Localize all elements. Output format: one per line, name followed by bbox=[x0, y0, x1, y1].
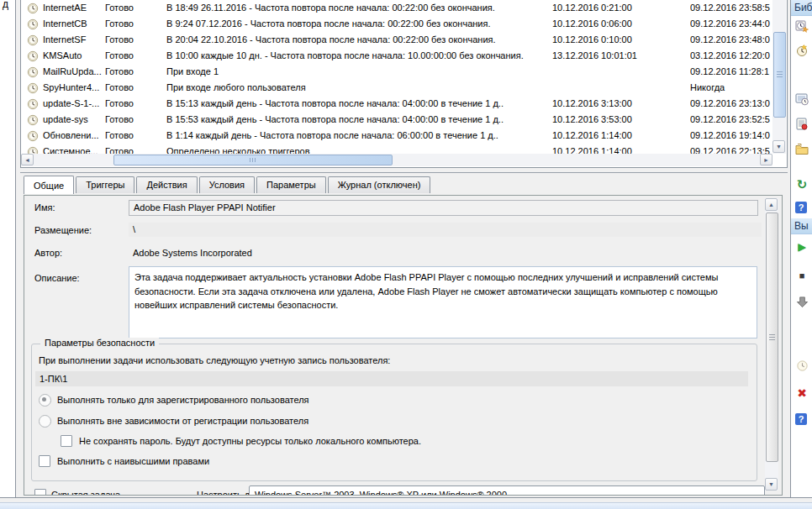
name-label: Имя: bbox=[34, 202, 55, 213]
tab-actions[interactable]: Действия bbox=[136, 176, 197, 193]
task-scheduler-window: д InternetAE Готово В 18:49 26.11.2016 -… bbox=[0, 0, 812, 509]
table-row[interactable]: Обновлени... Готово В 1:14 каждый день -… bbox=[21, 129, 772, 144]
task-name-field[interactable]: Adobe Flash Player PPAPI Notifier bbox=[129, 200, 758, 216]
tab-general[interactable]: Общие bbox=[24, 176, 74, 194]
task-status-cell: Готово bbox=[105, 98, 164, 108]
task-last-run-cell: 09.12.2016 23:52:5 bbox=[690, 114, 772, 124]
task-next-run-cell: 10.12.2016 0:10:00 bbox=[552, 34, 687, 45]
task-next-run-cell: 10.12.2016 0:06:00 bbox=[552, 18, 687, 29]
scroll-right-button[interactable]: ► bbox=[760, 154, 772, 165]
table-row[interactable]: SpyHunter4... Готово При входе любого по… bbox=[21, 81, 772, 97]
tab-conditions[interactable]: Условия bbox=[199, 176, 255, 193]
table-row[interactable]: InternetSF Готово В 20:04 22.10.2016 - Ч… bbox=[21, 33, 772, 49]
create-task-icon[interactable] bbox=[795, 44, 809, 57]
tab-bar: ОбщиеТриггерыДействияУсловияПараметрыЖур… bbox=[24, 176, 432, 193]
task-clock-icon bbox=[27, 66, 39, 78]
task-description-field[interactable]: Эта задача поддерживает актуальность уст… bbox=[129, 266, 757, 338]
task-status-cell: Готово bbox=[105, 34, 164, 45]
task-trigger-cell: В 9:24 07.12.2016 - Частота повтора посл… bbox=[166, 18, 549, 29]
table-row[interactable]: update-S-1-... Готово В 15:13 каждый ден… bbox=[21, 97, 772, 113]
run-task-icon[interactable]: ▶ bbox=[795, 240, 809, 254]
task-list-rows: InternetAE Готово В 18:49 26.11.2016 - Ч… bbox=[21, 1, 772, 155]
task-name-cell: MailRuUpda... bbox=[43, 66, 103, 76]
tab-history[interactable]: Журнал (отключен) bbox=[328, 176, 431, 193]
author-label: Автор: bbox=[34, 248, 62, 258]
task-properties-pane: ОбщиеТриггерыДействияУсловияПараметрыЖур… bbox=[20, 172, 788, 498]
location-label: Размещение: bbox=[34, 225, 92, 235]
scroll-left-button[interactable]: ◄ bbox=[21, 154, 34, 165]
scroll-up-button[interactable]: ▲ bbox=[765, 198, 778, 211]
scroll-down-button[interactable]: ▼ bbox=[765, 478, 778, 491]
scrollbar-thumb[interactable] bbox=[766, 213, 778, 462]
task-properties-icon[interactable] bbox=[795, 359, 809, 373]
new-folder-icon[interactable] bbox=[795, 143, 809, 156]
navigation-tree-edge: д bbox=[0, 0, 16, 497]
task-name-cell: update-S-1-... bbox=[43, 98, 103, 108]
task-next-run-cell: 10.12.2016 0:21:00 bbox=[552, 3, 687, 13]
scrollbar-thumb[interactable] bbox=[773, 32, 786, 118]
task-next-run-cell: 10.12.2016 1:14:00 bbox=[552, 130, 687, 140]
task-trigger-cell: При входе 1 bbox=[166, 66, 549, 76]
tab-settings[interactable]: Параметры bbox=[256, 176, 326, 193]
task-status-cell: Готово bbox=[105, 50, 164, 60]
task-clock-icon bbox=[27, 82, 39, 94]
table-row[interactable]: InternetCB Готово В 9:24 07.12.2016 - Ча… bbox=[21, 17, 772, 33]
display-running-tasks-icon[interactable] bbox=[795, 92, 809, 106]
task-list-horizontal-scrollbar[interactable]: ◄ ► bbox=[21, 154, 772, 166]
task-name-cell: update-sys bbox=[43, 114, 103, 124]
task-clock-icon bbox=[27, 18, 39, 30]
task-last-run-cell: 09.12.2016 23:13:0 bbox=[690, 98, 772, 108]
task-trigger-cell: В 15:53 каждый день - Частота повтора по… bbox=[166, 114, 549, 124]
task-author-value: Adobe Systems Incorporated bbox=[133, 248, 252, 258]
library-actions-header: Биб bbox=[791, 0, 812, 16]
task-clock-icon bbox=[27, 130, 39, 142]
tab-triggers[interactable]: Триггеры bbox=[76, 176, 134, 193]
checkbox-hidden-task-label: Скрытая задача bbox=[51, 490, 120, 496]
task-history-icon[interactable] bbox=[795, 118, 809, 131]
task-status-cell: Готово bbox=[105, 66, 164, 76]
table-row[interactable]: KMSAuto Готово В 10:00 каждые 10 дн. - Ч… bbox=[21, 49, 772, 65]
create-basic-task-icon[interactable] bbox=[795, 20, 809, 34]
configure-for-dropdown[interactable]: Windows Server™ 2003, Windows® XP или Wi… bbox=[249, 485, 765, 496]
radio-run-any-user[interactable] bbox=[39, 415, 51, 428]
table-row[interactable]: MailRuUpda... Готово При входе 1 09.12.2… bbox=[21, 65, 772, 81]
task-location-value: \ bbox=[129, 223, 762, 237]
end-task-icon[interactable]: ■ bbox=[795, 269, 809, 282]
tree-text-fragment: д bbox=[3, 0, 8, 10]
tab-page-general: Имя: Adobe Flash Player PPAPI Notifier Р… bbox=[24, 195, 783, 496]
task-last-run-cell: 09.12.2016 23:48:0 bbox=[690, 34, 772, 45]
task-name-cell: SpyHunter4... bbox=[43, 82, 103, 92]
task-name-cell: InternetSF bbox=[43, 34, 103, 45]
checkbox-no-password[interactable] bbox=[61, 435, 72, 447]
task-clock-icon bbox=[27, 3, 39, 14]
task-last-run-cell: Никогда bbox=[690, 82, 772, 92]
task-last-run-cell: 09.12.2016 23:58:5 bbox=[690, 3, 772, 13]
actions-pane: Биб ↻ ? Вы ▶ ■ ✖ ? bbox=[790, 0, 812, 497]
task-trigger-cell: В 1:14 каждый день - Частота повтора пос… bbox=[166, 130, 549, 140]
refresh-icon[interactable]: ↻ bbox=[795, 178, 809, 192]
task-list-vertical-scrollbar[interactable]: ▼ bbox=[772, 0, 786, 154]
task-clock-icon bbox=[27, 50, 39, 62]
checkbox-hidden-task[interactable] bbox=[34, 489, 46, 496]
checkbox-highest-privileges[interactable] bbox=[39, 455, 50, 467]
delete-task-icon[interactable]: ✖ bbox=[795, 386, 809, 400]
account-hint-text: При выполнении задачи использовать следу… bbox=[39, 355, 390, 365]
radio-run-only-logged-on[interactable] bbox=[39, 394, 51, 407]
task-next-run-cell: 10.12.2016 3:13:00 bbox=[552, 98, 687, 108]
disable-task-icon[interactable] bbox=[795, 296, 809, 309]
task-trigger-cell: При входе любого пользователя bbox=[166, 82, 549, 92]
checkbox-no-password-label: Не сохранять пароль. Будут доступны ресу… bbox=[79, 436, 421, 446]
scrollbar-thumb[interactable] bbox=[113, 155, 393, 165]
table-row[interactable]: update-sys Готово В 15:53 каждый день - … bbox=[21, 113, 772, 129]
help-icon[interactable]: ? bbox=[795, 202, 807, 213]
table-row[interactable]: InternetAE Готово В 18:49 26.11.2016 - Ч… bbox=[21, 1, 772, 17]
task-last-run-cell: 09.12.2016 19:14:0 bbox=[690, 130, 772, 140]
task-trigger-cell: В 20:04 22.10.2016 - Частота повтора пос… bbox=[166, 34, 549, 45]
help-icon[interactable]: ? bbox=[795, 413, 807, 425]
task-next-run-cell: 13.12.2016 10:01:01 bbox=[552, 50, 687, 60]
task-trigger-cell: В 10:00 каждые 10 дн. - Частота повтора … bbox=[166, 50, 549, 60]
scroll-down-button[interactable]: ▼ bbox=[772, 140, 785, 153]
task-list: InternetAE Готово В 18:49 26.11.2016 - Ч… bbox=[20, 0, 788, 168]
properties-vertical-scrollbar[interactable]: ▲ ▼ bbox=[765, 198, 778, 491]
selected-item-header: Вы bbox=[791, 218, 812, 234]
